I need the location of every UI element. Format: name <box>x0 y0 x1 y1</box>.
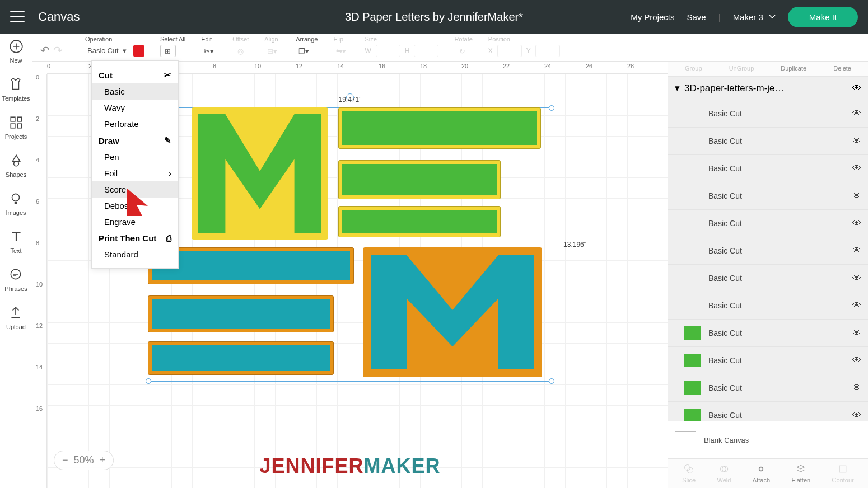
svg-rect-18 <box>839 466 846 472</box>
grid-icon <box>9 115 24 130</box>
blank-canvas-row[interactable]: Blank Canvas <box>668 421 868 458</box>
visibility-toggle[interactable]: 👁 <box>852 273 861 283</box>
visibility-toggle[interactable]: 👁 <box>852 218 861 228</box>
svg-rect-4 <box>17 124 22 128</box>
operation-label: Operation <box>85 36 112 43</box>
arrange-button[interactable]: ❐▾ <box>296 45 311 57</box>
layer-label: Basic Cut <box>708 274 742 283</box>
layer-row[interactable]: Basic Cut👁 <box>668 346 868 374</box>
flip-button: ⇋▾ <box>333 45 349 57</box>
artwork-orange-teal[interactable] <box>148 247 552 382</box>
zoom-control[interactable]: − 50% + <box>54 451 114 470</box>
layer-row[interactable]: Basic Cut👁 <box>668 237 868 264</box>
svg-point-5 <box>13 161 18 166</box>
height-dimension: 13.196" <box>563 241 586 248</box>
layer-row[interactable]: Basic Cut👁 <box>668 292 868 319</box>
bulb-icon <box>8 191 23 206</box>
templates-button[interactable]: Templates <box>2 77 30 102</box>
artwork-yellow-green[interactable] <box>148 107 552 242</box>
layer-group-header[interactable]: ▾ 3D-paper-letters-m-je… 👁 <box>668 77 868 100</box>
machine-name: Maker 3 <box>733 12 763 22</box>
save-link[interactable]: Save <box>687 12 706 22</box>
dd-standard[interactable]: Standard <box>92 246 178 262</box>
phrases-button[interactable]: Phrases <box>4 268 27 292</box>
layer-label: Basic Cut <box>708 329 742 337</box>
visibility-toggle[interactable]: 👁 <box>852 301 861 311</box>
dd-wavy[interactable]: Wavy <box>92 100 178 116</box>
machine-selector[interactable]: Maker 3 <box>733 12 776 22</box>
rotate-button: ↻ <box>454 45 470 57</box>
upload-button[interactable]: Upload <box>6 306 26 330</box>
dd-cut-header: Cut✂ <box>92 67 178 83</box>
undo-button[interactable]: ↶ <box>40 44 50 57</box>
layer-label: Basic Cut <box>708 356 742 365</box>
layer-row[interactable]: Basic Cut👁 <box>668 127 868 154</box>
svg-rect-1 <box>11 117 15 121</box>
visibility-toggle[interactable]: 👁 <box>852 410 861 420</box>
visibility-toggle[interactable]: 👁 <box>852 191 861 201</box>
layer-list[interactable]: ▾ 3D-paper-letters-m-je… 👁 Basic Cut👁Bas… <box>668 77 868 421</box>
width-dimension: 19.471" <box>339 96 362 104</box>
hamburger-menu[interactable] <box>10 11 25 22</box>
printer-icon: ⎙ <box>166 233 171 243</box>
my-projects-link[interactable]: My Projects <box>631 12 674 22</box>
layer-label: Basic Cut <box>708 383 742 392</box>
layer-row[interactable]: Basic Cut👁 <box>668 154 868 182</box>
images-button[interactable]: Images <box>6 191 26 216</box>
layer-row[interactable]: Basic Cut👁 <box>668 319 868 346</box>
dd-basic[interactable]: Basic <box>92 83 178 100</box>
visibility-toggle[interactable]: 👁 <box>852 83 861 93</box>
zoom-in-icon[interactable]: + <box>100 454 106 466</box>
size-label: Size <box>365 36 376 43</box>
operation-dropdown[interactable]: Cut✂ Basic Wavy Perforate Draw✎ Pen Foil… <box>91 60 179 269</box>
app-label: Canvas <box>38 10 80 24</box>
dd-pen[interactable]: Pen <box>92 149 178 165</box>
operation-select[interactable]: Basic Cut ▾ <box>85 45 129 57</box>
flatten-button[interactable]: Flatten <box>791 463 810 484</box>
layer-row[interactable]: Basic Cut👁 <box>668 209 868 237</box>
slice-button: Slice <box>682 463 696 484</box>
offset-button: ◎ <box>232 45 248 57</box>
shapes-icon <box>9 153 24 168</box>
layer-row[interactable]: Basic Cut👁 <box>668 374 868 401</box>
shapes-button[interactable]: Shapes <box>6 153 26 178</box>
plus-circle-icon <box>9 39 24 54</box>
chevron-down-icon <box>769 15 776 19</box>
zoom-out-icon[interactable]: − <box>62 454 68 466</box>
visibility-toggle[interactable]: 👁 <box>852 109 861 119</box>
visibility-toggle[interactable]: 👁 <box>852 328 861 338</box>
redo-button[interactable]: ↷ <box>53 44 63 57</box>
layer-label: Basic Cut <box>708 411 742 420</box>
projects-button[interactable]: Projects <box>5 115 27 140</box>
dd-foil[interactable]: Foil› <box>92 165 178 181</box>
visibility-toggle[interactable]: 👁 <box>852 246 861 256</box>
visibility-toggle[interactable]: 👁 <box>852 163 861 173</box>
new-button[interactable]: New <box>9 39 24 64</box>
layer-row[interactable]: Basic Cut👁 <box>668 401 868 421</box>
select-all-button[interactable]: ⊞ <box>160 45 176 57</box>
svg-point-6 <box>12 194 20 201</box>
speech-icon <box>8 268 23 282</box>
edit-button[interactable]: ✂▾ <box>201 45 217 57</box>
color-swatch[interactable] <box>133 45 144 57</box>
upload-icon <box>8 306 23 320</box>
visibility-toggle[interactable]: 👁 <box>852 355 861 365</box>
project-title: 3D Paper Letters by JenniferMaker* <box>345 11 523 24</box>
visibility-toggle[interactable]: 👁 <box>852 383 861 393</box>
attach-button[interactable]: Attach <box>753 463 770 484</box>
visibility-toggle[interactable]: 👁 <box>852 136 861 146</box>
make-it-button[interactable]: Make It <box>788 7 858 27</box>
select-all-label: Select All <box>160 36 185 43</box>
dd-perforate[interactable]: Perforate <box>92 116 178 132</box>
text-button[interactable]: Text <box>9 229 24 254</box>
dd-ptc-header: Print Then Cut⎙ <box>92 230 178 246</box>
offset-label: Offset <box>232 36 249 43</box>
layer-label: Basic Cut <box>708 246 742 255</box>
layer-row[interactable]: Basic Cut👁 <box>668 182 868 209</box>
layer-row[interactable]: Basic Cut👁 <box>668 264 868 292</box>
layer-label: Basic Cut <box>708 191 742 200</box>
layer-row[interactable]: Basic Cut👁 <box>668 100 868 127</box>
caret-icon: ▾ <box>675 82 680 94</box>
weld-button: Weld <box>717 463 731 484</box>
dd-draw-header: Draw✎ <box>92 132 178 149</box>
